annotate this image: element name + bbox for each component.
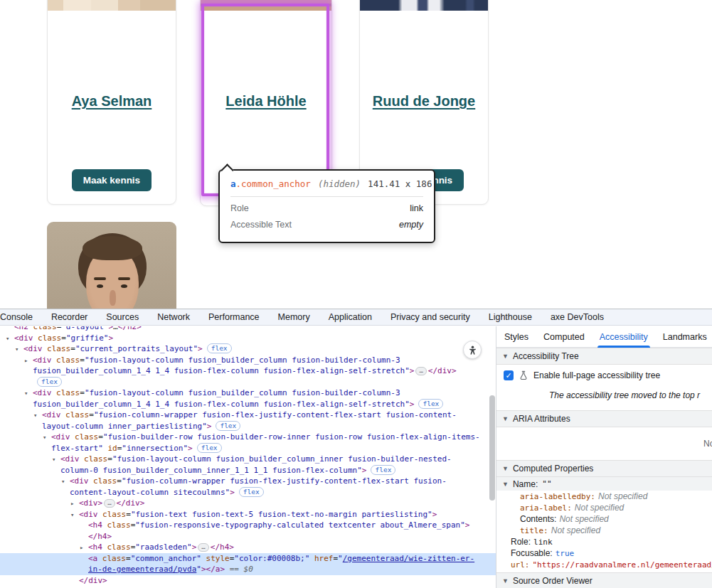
screenshot-root: Aya Selman Maak kennis Leida Höhle Maak … <box>0 0 712 588</box>
portrait-photo-ruud <box>360 0 488 11</box>
devtools-tab-console[interactable]: Console <box>0 312 33 322</box>
dom-token: class <box>70 432 99 442</box>
dom-token: "fusion-layout-column fusion_builder_col… <box>33 356 410 376</box>
expand-arrow-open-icon[interactable]: ▾ <box>61 476 65 488</box>
expand-arrow-closed-icon[interactable]: ▸ <box>70 498 74 510</box>
portrait-brow-left <box>94 277 106 280</box>
dom-token: "common_anchor" <box>131 554 201 563</box>
expand-arrow-closed-icon[interactable]: ▸ <box>24 356 28 367</box>
sidebar-tab-computed[interactable]: Computed <box>543 326 585 348</box>
ellipsis-expander[interactable]: … <box>104 499 115 508</box>
computed-name-sources: aria-labelledby:Not specifiedaria-label:… <box>496 491 712 536</box>
computed-role-label: Role: <box>511 537 531 547</box>
dom-token: style <box>201 554 230 563</box>
elements-panel: <h2 class="d-layout">…</h2>▾<div class="… <box>0 326 496 588</box>
devtools-tab-application[interactable]: Application <box>329 312 372 322</box>
dom-token: </div> <box>428 366 457 375</box>
dom-tree-line[interactable]: ▸<h4 class="raadsleden">…</h4> <box>0 542 496 553</box>
expand-arrow-closed-icon[interactable]: ▸ <box>80 542 83 554</box>
section-accessibility-tree[interactable]: ▼ Accessibility Tree <box>496 348 712 365</box>
devtools-tab-lighthouse[interactable]: Lighthouse <box>489 312 532 322</box>
fullpage-a11y-row: ✓ Enable full-page accessibility tree <box>496 365 712 385</box>
section-aria-attributes[interactable]: ▼ ARIA Attributes <box>496 410 712 427</box>
person-link-aya[interactable]: Aya Selman <box>72 93 152 109</box>
devtools-tab-performance[interactable]: Performance <box>208 312 260 322</box>
computed-focusable-value: true <box>556 549 575 558</box>
flex-badge[interactable]: flex <box>37 377 62 387</box>
ellipsis-expander[interactable]: … <box>198 543 208 552</box>
tooltip-accessible-text-value: empty <box>399 220 423 230</box>
ellipsis-expander[interactable]: … <box>415 367 426 375</box>
flex-badge[interactable]: flex <box>197 443 222 453</box>
dom-token: class <box>52 388 80 397</box>
dom-token: > <box>98 498 103 508</box>
maak-kennis-button-aya[interactable]: Maak kennis <box>72 169 152 191</box>
devtools-tabbar: ConsoleRecorderSourcesNetworkPerformance… <box>0 309 712 326</box>
section-computed-properties[interactable]: ▼ Computed Properties <box>496 460 712 477</box>
dom-token: <div <box>23 344 43 353</box>
flex-badge[interactable]: flex <box>239 487 264 497</box>
devtools-tab-privacy-and-security[interactable]: Privacy and security <box>390 312 470 322</box>
devtools-tab-sources[interactable]: Sources <box>106 312 139 322</box>
expand-arrow-open-icon[interactable]: ▾ <box>24 388 28 400</box>
devtools-tab-memory[interactable]: Memory <box>278 312 310 322</box>
dom-tree-line[interactable]: ▾<div class="fusion-column-wrapper fusio… <box>0 476 496 498</box>
dom-token: "griffie" <box>66 333 109 343</box>
devtools-panel: ConsoleRecorderSourcesNetworkPerformance… <box>0 309 712 588</box>
dom-token: <h4 <box>88 520 102 530</box>
dom-token: "fusion-responsive-typography-calculated… <box>135 520 465 530</box>
expand-arrow-open-icon[interactable]: ▾ <box>52 454 55 466</box>
dom-token: = <box>61 333 66 343</box>
dom-tree-line[interactable]: ▾<div class="fusion-builder-row fusion-b… <box>0 432 496 454</box>
flex-badge[interactable]: flex <box>418 399 443 409</box>
dom-token: "innersection" <box>122 444 188 453</box>
flex-badge[interactable]: flex <box>216 421 240 431</box>
dom-tree-line[interactable]: <h4 class="fusion-responsive-typography-… <box>0 520 496 542</box>
dom-token: class <box>102 520 131 530</box>
dom-tree-line[interactable]: ▾<div class="fusion-layout-column fusion… <box>0 454 496 476</box>
section-source-order-viewer[interactable]: ▼ Source Order Viewer <box>496 572 712 588</box>
tooltip-role-row: Role link <box>230 203 423 213</box>
dom-token: > <box>108 333 113 343</box>
computed-name-row[interactable]: ▼ Name: "" <box>496 477 712 491</box>
elements-scrollbar-thumb[interactable] <box>489 395 495 501</box>
sidebar-tab-landmarks[interactable]: Landmarks <box>663 326 707 348</box>
dom-token: = <box>126 510 131 519</box>
devtools-tab-network[interactable]: Network <box>157 312 190 322</box>
sidebar-tab-accessibility[interactable]: Accessibility <box>600 326 648 348</box>
dom-token: class <box>102 542 131 552</box>
dom-token: <h2 <box>14 326 28 331</box>
fullpage-a11y-checkbox[interactable]: ✓ <box>504 370 514 380</box>
chevron-down-icon: ▼ <box>502 481 509 488</box>
flex-badge[interactable]: flex <box>371 465 395 475</box>
computed-source-value: Not specified <box>559 514 608 524</box>
dom-token: = <box>126 554 131 563</box>
dom-tree-line[interactable]: ▾<div class="fusion-column-wrapper fusio… <box>0 410 496 432</box>
sidebar-tab-styles[interactable]: Styles <box>504 326 528 348</box>
accessibility-person-icon[interactable] <box>463 341 482 359</box>
devtools-tab-axe-devtools[interactable]: axe DevTools <box>551 312 604 322</box>
dom-tree-line[interactable]: ▾<div class="fusion-text fusion-text-5 f… <box>0 509 496 520</box>
dom-tree-line-selected[interactable]: <a class="common_anchor" style="color:#0… <box>0 553 496 575</box>
dom-tree-line[interactable]: ▸<div>…</div> <box>0 498 496 509</box>
dom-tree-line[interactable]: </div> <box>0 575 496 587</box>
devtools-tab-recorder[interactable]: Recorder <box>51 312 87 322</box>
dom-token: <div <box>79 498 98 508</box>
expand-arrow-open-icon[interactable]: ▾ <box>15 344 18 356</box>
dom-token: == $0 <box>225 565 253 574</box>
expand-arrow-open-icon[interactable]: ▾ <box>33 410 37 422</box>
person-link-ruud[interactable]: Ruud de Jonge <box>373 93 475 109</box>
expand-arrow-open-icon[interactable]: ▾ <box>70 510 74 521</box>
chevron-down-icon: ▼ <box>502 465 509 472</box>
dom-token: > <box>188 444 193 453</box>
dom-tree-line[interactable]: <h2 class="d-layout">…</h2> <box>0 326 496 333</box>
expand-arrow-open-icon[interactable]: ▾ <box>6 333 9 345</box>
expand-arrow-open-icon[interactable]: ▾ <box>43 432 46 444</box>
dom-tree-line[interactable]: ▾<div class="griffie"> <box>0 333 496 344</box>
portrait-photo-row2 <box>47 222 176 309</box>
dom-tree-line[interactable]: ▸<div class="fusion-layout-column fusion… <box>0 355 496 388</box>
dom-tree-line[interactable]: ▾<div class="fusion-layout-column fusion… <box>0 387 496 410</box>
dom-tree-line[interactable]: ▾<div class="current_portraits_layout">f… <box>0 343 496 355</box>
flex-badge[interactable]: flex <box>207 343 232 353</box>
dom-token: > <box>410 400 415 409</box>
